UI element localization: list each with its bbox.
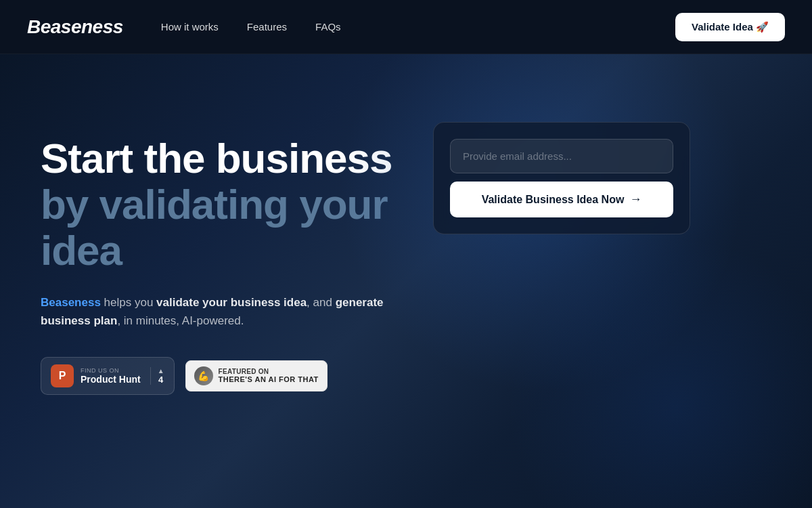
product-hunt-icon: P	[51, 364, 74, 387]
hero-section: Start the business by validating your id…	[0, 54, 812, 508]
ai-badge-icon: 💪	[194, 366, 213, 385]
nav-link-features[interactable]: Features	[236, 16, 298, 38]
nav-link-how-it-works[interactable]: How it works	[150, 16, 229, 38]
ph-name-label: Product Hunt	[81, 374, 141, 385]
hero-title-line3: idea	[41, 227, 122, 274]
ai-badge-name: THERE'S AN AI FOR THAT	[219, 375, 319, 383]
ai-badge-inner: 💪 FEATURED ON THERE'S AN AI FOR THAT	[194, 366, 319, 385]
logo[interactable]: Beaseness	[27, 16, 123, 38]
ai-badge-featured-label: FEATURED ON	[219, 368, 319, 375]
hero-description: Beaseness helps you validate your busine…	[41, 293, 392, 330]
nav-links: How it works Features FAQs	[150, 16, 352, 38]
hero-title: Start the business by validating your id…	[41, 135, 433, 274]
hero-desc-text3: , in minutes, AI-powered.	[117, 314, 244, 327]
hero-desc-text2: , and	[307, 296, 336, 309]
hero-right: Validate Business Idea Now →	[433, 108, 690, 234]
hero-title-line2: by validating your	[41, 181, 388, 228]
nav-left: Beaseness How it works Features FAQs	[27, 16, 352, 38]
hero-brand: Beaseness	[41, 296, 101, 309]
navbar-validate-button[interactable]: Validate Idea 🚀	[675, 13, 785, 41]
ph-arrow-icon: ▲	[158, 367, 164, 375]
hero-bold1: validate your business idea	[156, 296, 307, 309]
ph-score: ▲ 4	[150, 367, 164, 385]
hero-desc-text1: helps you	[101, 296, 156, 309]
ai-for-that-badge[interactable]: 💪 FEATURED ON THERE'S AN AI FOR THAT	[185, 360, 328, 391]
email-card: Validate Business Idea Now →	[433, 122, 690, 234]
ai-badge-text-block: FEATURED ON THERE'S AN AI FOR THAT	[219, 368, 319, 383]
navbar: Beaseness How it works Features FAQs Val…	[0, 0, 812, 54]
nav-link-faqs[interactable]: FAQs	[304, 16, 352, 38]
product-hunt-badge[interactable]: P FIND US ON Product Hunt ▲ 4	[41, 357, 175, 395]
hero-title-line1: Start the business	[41, 135, 392, 182]
ph-find-label: FIND US ON	[81, 367, 141, 374]
product-hunt-text: FIND US ON Product Hunt	[81, 367, 141, 385]
validate-idea-label: Validate Business Idea Now	[482, 194, 625, 206]
hero-left: Start the business by validating your id…	[41, 108, 433, 395]
validate-idea-arrow: →	[629, 192, 641, 207]
email-input[interactable]	[450, 139, 673, 173]
badges-container: P FIND US ON Product Hunt ▲ 4 💪 FEATURED…	[41, 357, 433, 395]
validate-idea-button[interactable]: Validate Business Idea Now →	[450, 182, 673, 217]
ph-score-number: 4	[158, 375, 163, 385]
